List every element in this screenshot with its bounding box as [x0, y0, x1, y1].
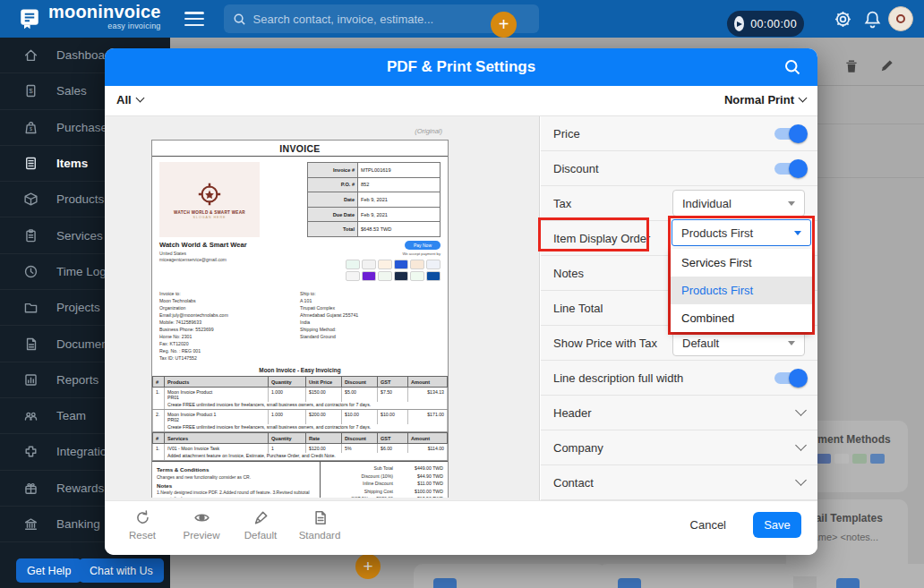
- folder-icon: [23, 300, 38, 315]
- timer-widget[interactable]: 00:00:00: [727, 11, 804, 37]
- invoice-meta-row: P.O. #852: [308, 177, 441, 192]
- toggle-line-description-full-width[interactable]: [774, 372, 805, 384]
- settings-row-company: Company: [541, 430, 817, 465]
- caret-down-icon: [794, 231, 801, 235]
- modal-search-icon[interactable]: [783, 58, 801, 76]
- company-logo: WATCH WORLD & SMART WEAR SLOGAN HERE: [159, 162, 260, 237]
- clipboard-icon: [23, 228, 38, 243]
- refresh-icon: [134, 509, 151, 526]
- caret-down-icon: [788, 341, 795, 345]
- add-item-fab[interactable]: +: [355, 554, 381, 579]
- save-button[interactable]: Save: [753, 512, 801, 538]
- docstd-icon: [312, 509, 329, 526]
- play-icon[interactable]: [734, 16, 744, 31]
- svg-text:$: $: [30, 125, 32, 131]
- invoice-preview-page: INVOICE WATCH WORLD & SMART WEAR SLOGAN …: [151, 140, 449, 498]
- payment-icon: [346, 260, 360, 269]
- chart-icon: [23, 372, 38, 388]
- filter-all-dropdown[interactable]: All: [116, 93, 143, 107]
- compass-logo-icon: [196, 181, 223, 208]
- settings-row-discount: Discount: [541, 151, 817, 186]
- payment-method-icons-row2: [346, 271, 441, 281]
- dropdown-option-products-first[interactable]: Products First: [671, 277, 812, 304]
- team-icon: [23, 408, 38, 423]
- notifications-bell-icon[interactable]: [863, 10, 882, 29]
- top-app-bar: mooninvoiceeasy invoicing + 00:00:00: [0, 0, 924, 38]
- toggle-price[interactable]: [774, 128, 805, 140]
- chevron-down-icon: [135, 94, 144, 103]
- payment-icon: [817, 454, 831, 464]
- app-logo[interactable]: mooninvoiceeasy invoicing: [18, 4, 161, 33]
- gift-icon: [23, 481, 38, 496]
- dropdown-option-combined[interactable]: Combined: [671, 304, 812, 332]
- pencil-edit-icon[interactable]: [879, 57, 895, 73]
- settings-row-line-description-full-width: Line description full width: [541, 361, 817, 396]
- payment-icon: [394, 271, 408, 281]
- pay-now-button[interactable]: Pay Now: [405, 241, 441, 250]
- payment-icon: [852, 454, 867, 464]
- original-watermark: (Original): [415, 127, 442, 135]
- brush-icon: [252, 509, 270, 526]
- select-tax[interactable]: Individual: [672, 190, 805, 217]
- payment-method-icons-row1: [346, 260, 441, 269]
- chevron-down-icon: [799, 94, 808, 103]
- search-input[interactable]: [253, 13, 530, 26]
- get-help-button[interactable]: Get Help: [16, 558, 81, 583]
- item-display-order-select[interactable]: Products First: [672, 219, 811, 246]
- payment-icon: [410, 271, 424, 281]
- line-item-row: 2.Moon Invoice Product 1PR021.000$200.00…: [153, 410, 448, 425]
- user-avatar[interactable]: [888, 6, 913, 31]
- modal-header: PDF & Print Settings: [105, 48, 817, 86]
- cancel-button[interactable]: Cancel: [690, 518, 726, 532]
- invoice-meta-table: Invoice #MTPL001619P.O. #852DateFeb 9, 2…: [307, 162, 441, 237]
- services-table: #ServicesQuantityRateDiscountGSTAmount1.…: [152, 432, 448, 461]
- invoice-meta-row: Invoice #MTPL001619: [308, 163, 441, 178]
- settings-pane: PriceDiscountTaxIndividualItem Display O…: [541, 116, 817, 500]
- chevron-down-icon[interactable]: [795, 439, 807, 451]
- invoice-tagline: Moon Invoice - Easy Invoicing: [152, 363, 448, 376]
- payment-icon: [410, 260, 424, 269]
- hamburger-menu-icon[interactable]: [184, 12, 204, 26]
- eye-icon: [193, 509, 210, 526]
- box-icon: [23, 192, 38, 207]
- dropdown-option-services-first[interactable]: Services First: [671, 249, 812, 277]
- totals-block: Sub Total$449.00 TWDDiscount (10%)$44.90…: [321, 462, 448, 498]
- invoice-meta-row: Due DateFeb 9, 2021: [308, 207, 441, 222]
- products-table: #ProductsQuantityUnit PriceDiscountGSTAm…: [152, 376, 448, 432]
- payment-icon: [426, 271, 441, 281]
- preview-button[interactable]: Preview: [176, 509, 227, 541]
- chevron-down-icon[interactable]: [795, 405, 807, 416]
- chat-with-us-button[interactable]: Chat with Us: [79, 558, 164, 583]
- chevron-down-icon[interactable]: [795, 474, 807, 486]
- bank-icon: [23, 516, 38, 532]
- quick-add-button[interactable]: +: [491, 12, 517, 38]
- payment-icon: [870, 454, 885, 464]
- caret-down-icon: [788, 201, 795, 206]
- trash-icon[interactable]: [843, 58, 860, 74]
- toggle-discount[interactable]: [774, 163, 805, 175]
- modal-footer: ResetPreviewDefaultStandard Cancel Save: [105, 500, 817, 555]
- standard-button[interactable]: Standard: [295, 509, 345, 541]
- search-icon: [233, 13, 246, 26]
- seller-block: Watch World & Smart Wear United States m…: [159, 241, 247, 281]
- invoice-to-block: Invoice to:Moon TechnolabsOrganizationEm…: [159, 290, 300, 362]
- print-mode-dropdown[interactable]: Normal Print: [724, 93, 806, 107]
- payment-icon: [362, 260, 376, 269]
- settings-gear-icon[interactable]: [834, 10, 852, 29]
- invoice-meta-row: DateFeb 9, 2021: [308, 192, 441, 208]
- app-title: mooninvoiceeasy invoicing: [48, 4, 161, 33]
- home-icon: [23, 47, 38, 63]
- invoice-preview-pane: (Original) INVOICE WATCH WORLD & SMART W…: [105, 116, 540, 500]
- default-button[interactable]: Default: [235, 509, 286, 541]
- reset-button[interactable]: Reset: [117, 509, 167, 541]
- bag-icon: $: [23, 120, 38, 135]
- line-item-row: 1.Moon Invoice ProductPR011.000$150.00$5…: [153, 388, 448, 403]
- invoice-meta-row: Total$648.53 TWD: [308, 222, 441, 237]
- pdf-print-settings-modal: PDF & Print Settings All Normal Print (O…: [105, 48, 817, 555]
- terms-notes-block: Terms & Conditions Changes and new funct…: [152, 462, 321, 498]
- settings-row-price: Price: [541, 116, 817, 151]
- payment-icon: [378, 271, 392, 281]
- annotation-red-box-dropdown: Products First Services FirstProducts Fi…: [668, 216, 815, 335]
- payment-icon: [394, 260, 408, 269]
- payment-icon: [426, 260, 441, 269]
